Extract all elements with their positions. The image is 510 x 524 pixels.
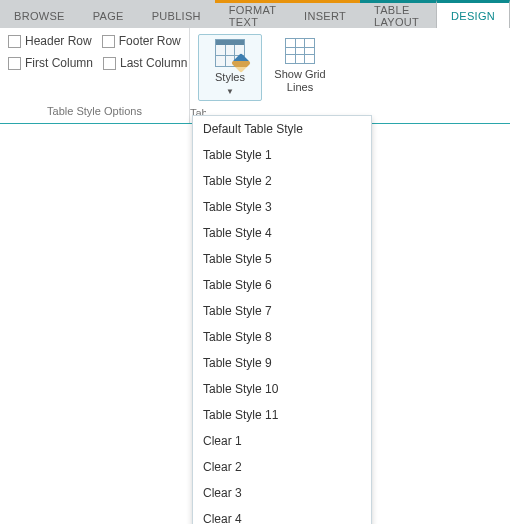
checkbox-header-row[interactable]: Header Row (8, 34, 92, 48)
styles-button[interactable]: Styles ▼ (198, 34, 262, 101)
button-label-l1: Show Grid (274, 68, 325, 80)
checkbox-label: First Column (25, 56, 93, 70)
checkbox-label: Header Row (25, 34, 92, 48)
checkbox-icon (8, 35, 21, 48)
ribbon-body: Header Row Footer Row First Column Last … (0, 28, 510, 124)
tab-insert[interactable]: INSERT (290, 0, 360, 28)
checkbox-icon (8, 57, 21, 70)
styles-menu-item[interactable]: Default Table Style (193, 116, 371, 124)
table-styles-icon (215, 39, 245, 67)
tab-format-text[interactable]: FORMAT TEXT (215, 0, 290, 28)
show-grid-lines-button[interactable]: Show Grid Lines (268, 34, 332, 96)
grid-lines-icon (285, 38, 315, 64)
group-label-options: Table Style Options (8, 103, 181, 121)
dropdown-arrow-icon: ▼ (215, 85, 245, 98)
checkbox-icon (103, 57, 116, 70)
tab-page[interactable]: PAGE (79, 0, 138, 28)
button-label-l2: Lines (287, 81, 313, 93)
tab-table-layout[interactable]: TABLE LAYOUT (360, 0, 436, 28)
checkbox-label: Footer Row (119, 34, 181, 48)
checkbox-footer-row[interactable]: Footer Row (102, 34, 181, 48)
group-table-styles: Styles ▼ Show Grid Lines (190, 28, 340, 123)
tab-publish[interactable]: PUBLISH (138, 0, 215, 28)
ribbon-tabstrip: BROWSE PAGE PUBLISH FORMAT TEXT INSERT T… (0, 0, 510, 28)
tab-browse[interactable]: BROWSE (0, 0, 79, 28)
button-label: Styles (215, 71, 245, 83)
checkbox-last-column[interactable]: Last Column (103, 56, 187, 70)
group-table-style-options: Header Row Footer Row First Column Last … (0, 28, 190, 123)
tab-design[interactable]: DESIGN (436, 0, 510, 28)
checkbox-first-column[interactable]: First Column (8, 56, 93, 70)
checkbox-icon (102, 35, 115, 48)
checkbox-label: Last Column (120, 56, 187, 70)
styles-dropdown: Default Table StyleTable Style 1Table St… (192, 115, 372, 124)
